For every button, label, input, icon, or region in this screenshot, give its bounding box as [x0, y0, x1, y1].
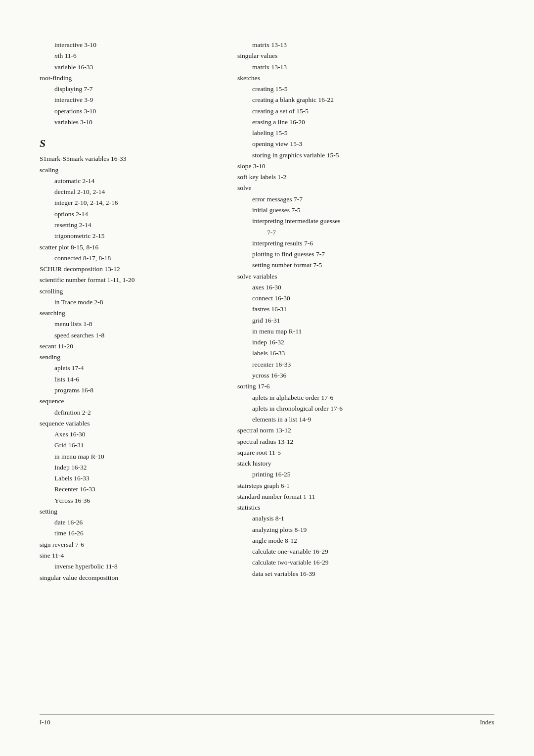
index-entry: labeling 15-5 [237, 128, 435, 139]
index-entry: Ycross 16-36 [40, 495, 208, 506]
index-entry: aplets 17-4 [40, 363, 208, 374]
index-entry: slope 3-10 [237, 161, 435, 172]
index-entry: Recenter 16-33 [40, 484, 208, 495]
index-entry: aplets in chronological order 17-6 [237, 403, 435, 414]
index-entry: in menu map R-11 [237, 326, 435, 337]
index-entry: opening view 15-3 [237, 139, 435, 149]
index-entry: creating a set of 15-5 [237, 106, 435, 117]
index-entry: sorting 17-6 [237, 381, 435, 392]
index-entry: Grid 16-31 [40, 440, 208, 451]
index-entry: lists 14-6 [40, 374, 208, 385]
index-entry: solve [237, 183, 435, 193]
index-entry: analyzing plots 8-19 [237, 524, 435, 535]
index-entry: options 2-14 [40, 209, 208, 220]
index-entry: S1mark-S5mark variables 16-33 [40, 153, 208, 164]
index-entry: time 16-26 [40, 528, 208, 539]
index-entry: singular values [237, 50, 435, 61]
index-entry: printing 16-25 [237, 469, 435, 480]
index-entry: calculate two-variable 16-29 [237, 557, 435, 568]
index-entry: connected 8-17, 8-18 [40, 253, 208, 264]
content-area: interactive 3-10nth 11-6variable 16-33ro… [40, 40, 494, 714]
index-entry: SCHUR decomposition 13-12 [40, 264, 208, 275]
index-entry: soft key labels 1-2 [237, 172, 435, 183]
index-entry: sine 11-4 [40, 550, 208, 561]
index-entry: sketches [237, 73, 435, 84]
index-entry: integer 2-10, 2-14, 2-16 [40, 197, 208, 208]
index-entry: spectral norm 13-12 [237, 425, 435, 436]
index-entry: decimal 2-10, 2-14 [40, 187, 208, 197]
index-entry: interactive 3-10 [40, 40, 208, 50]
index-entry: S [40, 135, 208, 152]
index-entry: sending [40, 352, 208, 363]
index-entry: spectral radius 13-12 [237, 436, 435, 447]
index-entry: in menu map R-10 [40, 451, 208, 462]
index-entry: speed searches 1-8 [40, 330, 208, 341]
index-entry: variable 16-33 [40, 62, 208, 73]
index-entry: scatter plot 8-15, 8-16 [40, 242, 208, 253]
index-entry: searching [40, 308, 208, 319]
footer-label: Index [480, 718, 494, 726]
index-entry: labels 16-33 [237, 348, 435, 359]
index-entry: in Trace mode 2-8 [40, 297, 208, 308]
index-entry: analysis 8-1 [237, 513, 435, 524]
index-entry: automatic 2-14 [40, 176, 208, 187]
index-entry: secant 11-20 [40, 341, 208, 352]
index-entry: nth 11-6 [40, 50, 208, 61]
index-entry: matrix 13-13 [237, 40, 435, 50]
index-entry: root-finding [40, 73, 208, 84]
index-entry: setting number format 7-5 [237, 260, 435, 271]
footer: I-10 Index [40, 714, 494, 726]
index-entry: setting [40, 506, 208, 517]
index-entry: solve variables [237, 271, 435, 282]
index-entry: scientific number format 1-11, 1-20 [40, 275, 208, 285]
index-entry: trigonometric 2-15 [40, 231, 208, 241]
index-entry: displaying 7-7 [40, 84, 208, 94]
index-entry: 7-7 [237, 227, 435, 238]
footer-page-number: I-10 [40, 718, 50, 726]
index-entry: programs 16-8 [40, 385, 208, 396]
index-entry: recenter 16-33 [237, 359, 435, 370]
index-entry: interactive 3-9 [40, 94, 208, 105]
index-entry: storing in graphics variable 15-5 [237, 150, 435, 161]
index-entry: square root 11-5 [237, 447, 435, 458]
index-entry: Axes 16-30 [40, 429, 208, 440]
index-entry: interpreting intermediate guesses [237, 216, 435, 227]
index-entry: grid 16-31 [237, 315, 435, 326]
index-entry: definition 2-2 [40, 407, 208, 418]
index-entry: statistics [237, 502, 435, 513]
page: interactive 3-10nth 11-6variable 16-33ro… [0, 0, 534, 756]
index-entry: Labels 16-33 [40, 473, 208, 484]
index-entry: angle mode 8-12 [237, 535, 435, 546]
index-entry: sequence variables [40, 418, 208, 429]
index-entry: stack history [237, 458, 435, 469]
index-entry: axes 16-30 [237, 282, 435, 293]
index-entry: connect 16-30 [237, 293, 435, 304]
index-entry: elements in a list 14-9 [237, 414, 435, 425]
index-entry: variables 3-10 [40, 117, 208, 128]
index-entry: scaling [40, 165, 208, 176]
index-entry: creating 15-5 [237, 84, 435, 94]
index-entry: interpreting results 7-6 [237, 238, 435, 249]
index-entry: ycross 16-36 [237, 370, 435, 381]
index-entry: fastres 16-31 [237, 304, 435, 315]
index-entry: standard number format 1-11 [237, 491, 435, 502]
index-entry: calculate one-variable 16-29 [237, 546, 435, 557]
index-entry: aplets in alphabetic order 17-6 [237, 392, 435, 403]
right-column: matrix 13-13singular valuesmatrix 13-13s… [227, 40, 435, 714]
index-entry: plotting to find guesses 7-7 [237, 249, 435, 260]
index-entry: menu lists 1-8 [40, 319, 208, 330]
index-entry: error messages 7-7 [237, 194, 435, 205]
index-entry: initial guesses 7-5 [237, 205, 435, 216]
index-entry: indep 16-32 [237, 337, 435, 348]
index-entry: scrolling [40, 286, 208, 297]
index-entry: data set variables 16-39 [237, 568, 435, 579]
index-entry: matrix 13-13 [237, 62, 435, 73]
index-entry: inverse hyperbolic 11-8 [40, 561, 208, 572]
index-entry: resetting 2-14 [40, 220, 208, 231]
index-entry: sign reversal 7-6 [40, 539, 208, 550]
index-entry: operations 3-10 [40, 106, 208, 117]
index-entry: creating a blank graphic 16-22 [237, 94, 435, 105]
index-entry: erasing a line 16-20 [237, 117, 435, 128]
index-entry: stairsteps graph 6-1 [237, 480, 435, 491]
index-entry: Indep 16-32 [40, 462, 208, 473]
